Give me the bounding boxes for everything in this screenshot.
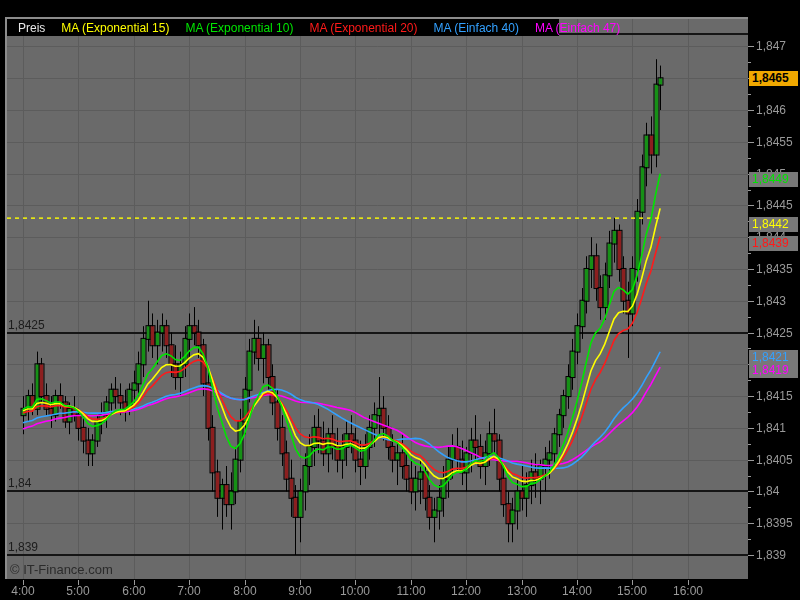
- y-axis-label: 1,843: [756, 294, 800, 308]
- ma-value-tag-ema15: 1,8442: [749, 217, 798, 232]
- y-axis-label: 1,8435: [756, 262, 800, 276]
- chart-window: Preis MA (Exponential 15) MA (Exponentia…: [0, 0, 800, 600]
- x-axis-label: 5:00: [56, 584, 100, 598]
- legend-item-ma-exp-20[interactable]: MA (Exponential 20): [309, 21, 417, 35]
- x-axis-label: 8:00: [223, 584, 267, 598]
- x-axis-label: 12:00: [444, 584, 488, 598]
- ma-value-tag-ema10: 1,8449: [749, 172, 798, 187]
- x-axis-label: 7:00: [167, 584, 211, 598]
- x-axis-label: 13:00: [500, 584, 544, 598]
- x-axis-label: 16:00: [666, 584, 710, 598]
- y-axis-label: 1,8455: [756, 135, 800, 149]
- legend-item-ma-exp-10[interactable]: MA (Exponential 10): [185, 21, 293, 35]
- x-axis-label: 10:00: [333, 584, 377, 598]
- y-axis-label: 1,8395: [756, 516, 800, 530]
- copyright: © IT-Finance.com: [10, 562, 113, 577]
- x-axis-label: 4:00: [1, 584, 45, 598]
- y-axis-label: 1,8445: [756, 198, 800, 212]
- current-price-tag: 1,8465: [749, 71, 798, 86]
- x-axis-label: 11:00: [389, 584, 433, 598]
- y-axis-label: 1,839: [756, 548, 800, 562]
- legend-item-ma-sma-47[interactable]: MA (Einfach 47): [535, 21, 620, 35]
- x-axis-label: 15:00: [610, 584, 654, 598]
- level-label-1839: 1,839: [8, 541, 38, 554]
- y-axis-label: 1,846: [756, 103, 800, 117]
- price-chart-canvas[interactable]: [0, 0, 800, 600]
- legend-item-ma-sma-40[interactable]: MA (Einfach 40): [434, 21, 519, 35]
- x-axis-label: 14:00: [555, 584, 599, 598]
- ma-value-tag-sma47: 1,8419: [749, 363, 798, 378]
- level-label-18425: 1,8425: [8, 319, 45, 332]
- y-axis-label: 1,8415: [756, 389, 800, 403]
- legend-item-ma-exp-15[interactable]: MA (Exponential 15): [61, 21, 169, 35]
- level-label-184: 1,84: [8, 477, 31, 490]
- ma-value-tag-ema20: 1,8439: [749, 236, 798, 251]
- y-axis-label: 1,847: [756, 39, 800, 53]
- legend-bar: Preis MA (Exponential 15) MA (Exponentia…: [7, 19, 559, 36]
- x-axis-label: 9:00: [278, 584, 322, 598]
- x-axis-label: 6:00: [112, 584, 156, 598]
- y-axis-label: 1,841: [756, 421, 800, 435]
- y-axis-label: 1,8405: [756, 453, 800, 467]
- y-axis-label: 1,8425: [756, 326, 800, 340]
- price-series-label: Preis: [18, 21, 45, 35]
- y-axis-label: 1,84: [756, 484, 800, 498]
